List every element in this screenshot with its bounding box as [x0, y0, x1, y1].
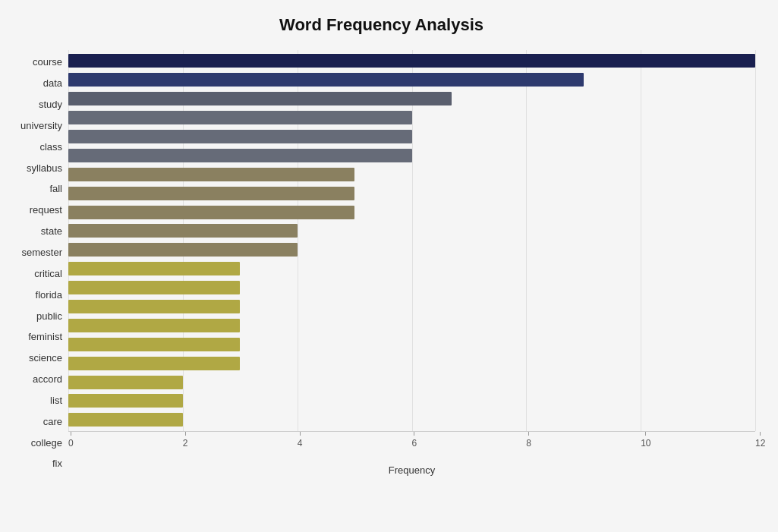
bar-row	[68, 374, 755, 391]
x-tick-label: 12	[755, 438, 765, 449]
bar	[68, 281, 240, 294]
y-label: state	[41, 223, 62, 240]
bars-area	[68, 50, 755, 431]
y-label: university	[20, 117, 62, 134]
bar-row	[68, 279, 755, 296]
chart-container: Word Frequency Analysis coursedatastudyu…	[0, 0, 778, 532]
x-tick: 2	[183, 432, 188, 449]
y-label: course	[33, 54, 62, 71]
bar	[68, 376, 183, 389]
bar-row	[68, 298, 755, 315]
x-tick: 10	[641, 432, 650, 449]
bar	[68, 394, 183, 408]
x-tick-label: 8	[526, 438, 531, 449]
x-tick-line	[528, 432, 529, 436]
bar	[68, 130, 412, 143]
bar-row	[68, 241, 755, 258]
bar-row	[68, 336, 755, 353]
y-label: feminist	[28, 329, 62, 345]
y-label: public	[36, 307, 62, 324]
bar-row	[68, 71, 755, 88]
chart-title: Word Frequency Analysis	[8, 15, 755, 35]
y-label: fix	[52, 455, 62, 472]
x-tick: 12	[755, 432, 765, 449]
bar-row	[68, 260, 755, 277]
bar-row	[68, 147, 755, 164]
bar	[68, 300, 240, 313]
bar	[68, 413, 183, 427]
bar	[68, 338, 240, 351]
bar	[68, 262, 240, 275]
x-axis: 024681012	[68, 431, 755, 461]
bar-row	[68, 411, 755, 428]
x-tick-line	[185, 432, 186, 436]
bar-row	[68, 317, 755, 334]
bar-row	[68, 90, 755, 107]
y-label: care	[43, 413, 62, 430]
bar	[68, 54, 755, 68]
bar-row	[68, 204, 755, 221]
x-tick-label: 10	[641, 438, 650, 449]
y-label: class	[39, 138, 62, 155]
bar-row	[68, 109, 755, 126]
bar-row	[68, 355, 755, 372]
y-label: accord	[33, 371, 62, 388]
bar	[68, 243, 298, 257]
bars-and-x: 024681012 Frequency	[68, 50, 755, 476]
bar	[68, 206, 354, 219]
grid-line	[755, 50, 756, 431]
bar	[68, 357, 240, 370]
y-label: fall	[49, 181, 62, 197]
y-axis: coursedatastudyuniversityclasssyllabusfa…	[8, 50, 68, 476]
y-label: list	[50, 392, 62, 408]
bar-row	[68, 185, 755, 202]
y-label: request	[30, 202, 62, 219]
x-tick-label: 2	[183, 438, 188, 449]
x-tick: 4	[298, 432, 303, 449]
bar-row	[68, 52, 755, 69]
x-tick: 6	[412, 432, 417, 449]
y-label: college	[31, 434, 62, 451]
bar-row	[68, 392, 755, 409]
bar-row	[68, 222, 755, 239]
x-tick-label: 6	[412, 438, 417, 449]
bar-row	[68, 166, 755, 183]
chart-area: coursedatastudyuniversityclasssyllabusfa…	[8, 50, 755, 476]
x-tick-label: 4	[298, 438, 303, 449]
bar	[68, 92, 452, 105]
x-tick: 0	[68, 432, 74, 449]
bar	[68, 111, 412, 124]
bar	[68, 73, 584, 87]
bar	[68, 224, 298, 238]
x-axis-title: Frequency	[68, 464, 755, 476]
x-tick-label: 0	[68, 438, 74, 449]
y-label: florida	[36, 286, 62, 303]
bar	[68, 168, 354, 181]
bar	[68, 319, 240, 332]
bar	[68, 187, 354, 200]
x-tick-line	[760, 432, 761, 436]
x-tick-line	[300, 432, 301, 436]
x-tick-line	[71, 432, 71, 436]
bar-row	[68, 128, 755, 145]
bar	[68, 149, 412, 162]
x-tick-line	[414, 432, 414, 436]
y-label: semester	[22, 244, 62, 261]
y-label: critical	[34, 265, 62, 282]
x-tick: 8	[526, 432, 531, 449]
y-label: study	[39, 96, 62, 113]
y-label: science	[29, 350, 62, 367]
y-label: syllabus	[27, 159, 62, 176]
y-label: data	[43, 75, 62, 92]
x-tick-line	[645, 432, 646, 436]
